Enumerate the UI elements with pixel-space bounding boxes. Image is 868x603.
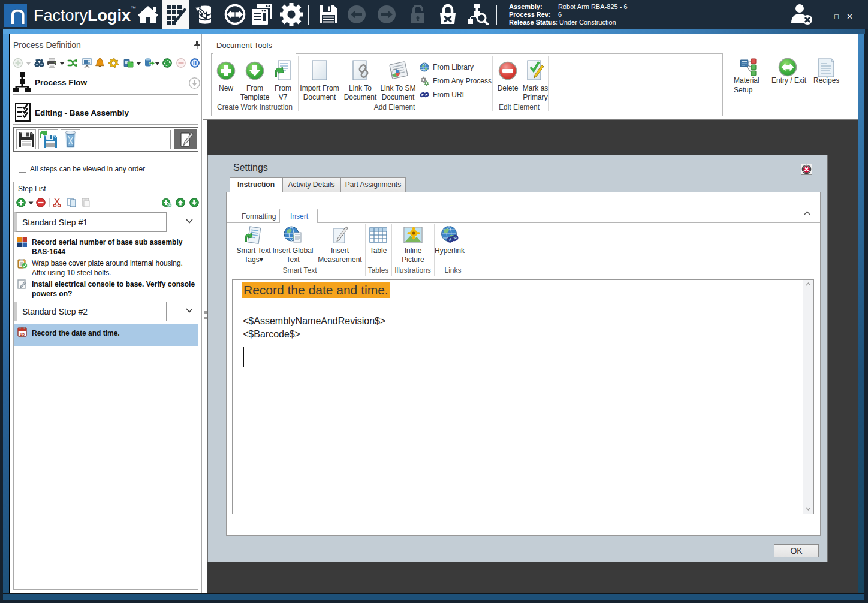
svg-text:15: 15 <box>20 331 25 337</box>
